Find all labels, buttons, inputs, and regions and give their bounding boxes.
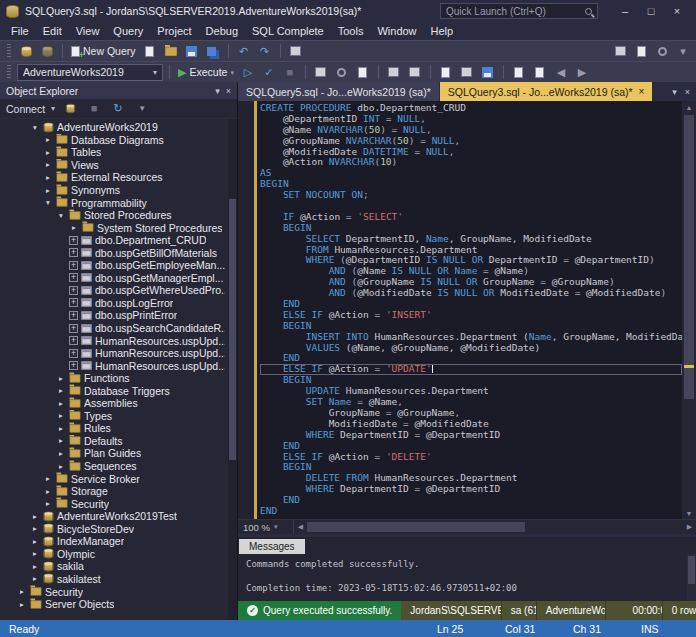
expand-plus-icon[interactable]: + — [69, 261, 78, 270]
expander-icon[interactable]: ▸ — [56, 399, 66, 408]
tree-item-dbo-uspgetemployeeman[interactable]: +dbo.uspGetEmployeeMan... — [0, 259, 237, 272]
tree-item-server-objects[interactable]: ▸Server Objects — [0, 598, 237, 611]
toolbar-grip-2[interactable] — [7, 65, 11, 79]
code-line-36[interactable]: WHERE DepartmentID = @DepartmentID — [260, 484, 682, 495]
tree-item-database-diagrams[interactable]: ▸Database Diagrams — [0, 134, 237, 147]
expander-icon[interactable]: ▸ — [17, 600, 27, 609]
tree-item-bicyclestoredev[interactable]: ▸BicycleStoreDev — [0, 523, 237, 536]
menu-help[interactable]: Help — [424, 23, 461, 39]
save-all-icon[interactable] — [204, 43, 222, 60]
code-line-9[interactable]: SET NOCOUNT ON; — [260, 190, 682, 201]
expander-icon[interactable]: ▸ — [69, 223, 79, 232]
tree-item-dbo-usplogerror[interactable]: +dbo.uspLogError — [0, 297, 237, 310]
debug-icon[interactable]: ▷ — [239, 64, 257, 81]
cancel-query-icon[interactable]: ■ — [281, 64, 299, 81]
expand-plus-icon[interactable]: + — [69, 248, 78, 257]
tree-item-security[interactable]: ▸Security — [0, 497, 237, 510]
expander-icon[interactable]: ▸ — [30, 537, 40, 546]
expander-icon[interactable]: ▸ — [56, 374, 66, 383]
messages-body[interactable]: Commands completed successfully. Complet… — [238, 554, 696, 601]
tree-item-adventureworks2019[interactable]: ▾AdventureWorks2019 — [0, 121, 237, 134]
tree-item-assemblies[interactable]: ▸Assemblies — [0, 397, 237, 410]
panel-close-icon[interactable]: × — [226, 86, 231, 96]
object-explorer-header[interactable]: Object Explorer ▾ × — [0, 82, 237, 99]
expander-icon[interactable]: ▾ — [56, 211, 66, 220]
expander-icon[interactable]: ▸ — [56, 411, 66, 420]
activity-monitor-icon[interactable] — [287, 43, 305, 60]
tree-item-humanresources-uspupd[interactable]: +HumanResources.uspUpd... — [0, 334, 237, 347]
expander-icon[interactable]: ▸ — [43, 487, 53, 496]
menu-query[interactable]: Query — [106, 23, 150, 39]
include-actual-plan-icon[interactable] — [385, 64, 403, 81]
menu-view[interactable]: View — [69, 23, 107, 39]
oe-disconnect-icon[interactable] — [61, 100, 79, 117]
tree-item-sakila[interactable]: ▸sakila — [0, 560, 237, 573]
quick-launch-input[interactable]: Quick Launch (Ctrl+Q) — [440, 3, 598, 19]
scroll-left-icon[interactable]: ◀ — [294, 523, 307, 531]
code-line-6[interactable]: @Action NVARCHAR(10) — [260, 157, 682, 168]
editor-horizontal-scrollbar[interactable]: 100 % ▾ ◀ ▶ — [238, 519, 696, 534]
tree-item-functions[interactable]: ▸Functions — [0, 372, 237, 385]
code-line-33[interactable]: ELSE IF @Action = 'DELETE' — [260, 452, 682, 463]
menu-window[interactable]: Window — [370, 23, 423, 39]
tab-sqlquery3[interactable]: SQLQuery3.sql - Jo...eWorks2019 (sa)* × — [440, 82, 653, 101]
expander-icon[interactable]: ▸ — [30, 524, 40, 533]
tree-item-humanresources-uspupd[interactable]: +HumanResources.uspUpd... — [0, 359, 237, 372]
tree-item-stored-procedures[interactable]: ▾Stored Procedures — [0, 209, 237, 222]
tree-item-external-resources[interactable]: ▸External Resources — [0, 171, 237, 184]
connect-button[interactable]: Connect — [6, 103, 45, 115]
expander-icon[interactable]: ▸ — [17, 587, 27, 596]
expander-icon[interactable]: ▸ — [43, 173, 53, 182]
window-position-icon[interactable]: ▾ — [215, 86, 220, 96]
toolbar-grip[interactable] — [7, 44, 11, 58]
execute-button[interactable]: ▶ Execute ▾ — [176, 64, 236, 81]
tree-item-humanresources-uspupd[interactable]: +HumanResources.uspUpd... — [0, 347, 237, 360]
tree-item-sakilatest[interactable]: ▸sakilatest — [0, 573, 237, 586]
tab-close-icon[interactable]: × — [639, 86, 645, 97]
tree-item-dbo-uspgetbillofmaterials[interactable]: +dbo.uspGetBillOfMaterials — [0, 246, 237, 259]
expander-icon[interactable]: ▸ — [56, 436, 66, 445]
oe-filter-icon[interactable]: ▼ — [133, 100, 151, 117]
breakpoint-margin[interactable] — [238, 101, 254, 519]
toolbar-overflow-icon[interactable]: ▾ — [674, 43, 692, 60]
zoom-control[interactable]: 100 % ▾ — [238, 520, 294, 534]
tree-item-types[interactable]: ▸Types — [0, 410, 237, 423]
code-lines[interactable]: CREATE PROCEDURE dbo.Department_CRUD @De… — [254, 101, 682, 519]
client-statistics-icon[interactable] — [406, 64, 424, 81]
increase-indent-icon[interactable]: ▶ — [573, 64, 591, 81]
close-button[interactable]: × — [664, 2, 690, 20]
expand-plus-icon[interactable]: + — [69, 361, 78, 370]
properties-window-icon[interactable] — [632, 43, 650, 60]
menu-project[interactable]: Project — [150, 23, 198, 39]
expander-icon[interactable]: ▸ — [43, 186, 53, 195]
tree-item-dbo-uspprinterror[interactable]: +dbo.uspPrintError — [0, 309, 237, 322]
comment-out-icon[interactable] — [510, 64, 528, 81]
code-line-18[interactable]: AND (@ModifiedDate IS NULL OR ModifiedDa… — [260, 288, 682, 299]
tree-item-database-triggers[interactable]: ▸Database Triggers — [0, 384, 237, 397]
hscroll-thumb[interactable] — [307, 522, 525, 532]
minimize-button[interactable]: – — [612, 2, 638, 20]
expand-plus-icon[interactable]: + — [69, 336, 78, 345]
results-layout-icon[interactable] — [611, 43, 629, 60]
disconnect-object-explorer-icon[interactable] — [38, 43, 56, 60]
tree-item-system-stored-procedures[interactable]: ▸System Stored Procedures — [0, 221, 237, 234]
expander-icon[interactable]: ▸ — [56, 462, 66, 471]
expander-icon[interactable]: ▸ — [56, 449, 66, 458]
new-query-button[interactable]: New Query — [69, 43, 138, 60]
code-editor[interactable]: CREATE PROCEDURE dbo.Department_CRUD @De… — [238, 101, 696, 519]
expand-plus-icon[interactable]: + — [69, 236, 78, 245]
connect-chevron-icon[interactable]: ▾ — [51, 104, 55, 113]
decrease-indent-icon[interactable]: ◀ — [552, 64, 570, 81]
new-file-icon[interactable] — [141, 43, 159, 60]
options-gear-icon[interactable] — [653, 43, 671, 60]
expand-plus-icon[interactable]: + — [69, 311, 78, 320]
code-line-11[interactable]: IF @Action = 'SELECT' — [260, 212, 682, 223]
uncomment-icon[interactable] — [531, 64, 549, 81]
expander-icon[interactable]: ▸ — [56, 424, 66, 433]
expand-plus-icon[interactable]: + — [69, 349, 78, 358]
expander-icon[interactable]: ▸ — [56, 386, 66, 395]
parse-icon[interactable]: ✓ — [260, 64, 278, 81]
tab-sqlquery5[interactable]: SQLQuery5.sql - Jo...eWorks2019 (sa)* — [238, 82, 439, 101]
expander-icon[interactable]: ▸ — [30, 574, 40, 583]
expander-icon[interactable]: ▸ — [43, 135, 53, 144]
